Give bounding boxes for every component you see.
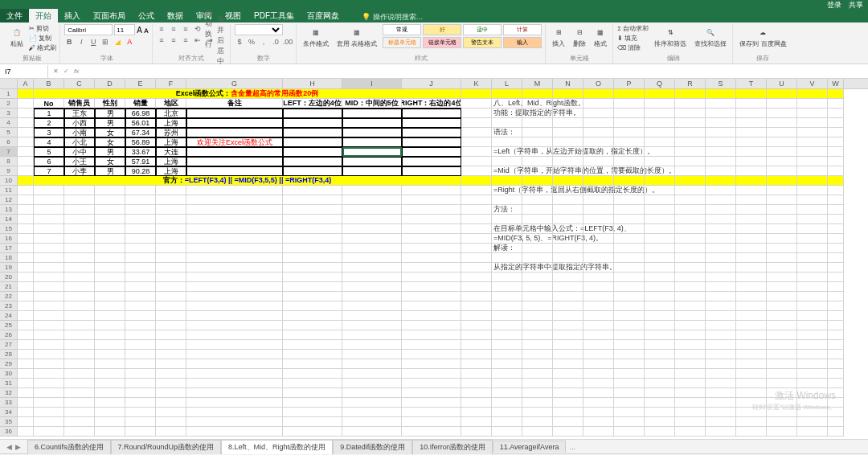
cell[interactable] [186,118,283,128]
cell[interactable] [492,398,522,408]
cell[interactable] [186,186,283,195]
col-D[interactable]: D [95,79,125,88]
cell[interactable] [706,205,736,215]
cell[interactable]: 北京 [156,109,186,118]
cell[interactable] [736,369,767,379]
cell[interactable] [64,379,95,388]
cell[interactable]: LEFT：左边的4位 [283,99,342,109]
cell[interactable] [736,215,767,224]
cell[interactable] [736,157,767,166]
cell[interactable] [18,282,34,292]
cell[interactable] [95,398,125,408]
cell[interactable] [125,388,156,398]
cell[interactable] [18,205,34,215]
cell[interactable] [553,301,583,311]
row-25[interactable]: 25 [0,321,17,330]
cell[interactable] [342,330,402,340]
cell[interactable]: 男 [95,147,125,157]
cell[interactable] [553,321,583,330]
style-calc[interactable]: 计算 [503,24,542,35]
cell[interactable] [828,369,844,379]
cell[interactable] [125,408,156,417]
cell[interactable] [461,369,492,379]
cell[interactable] [186,109,283,118]
col-R[interactable]: R [675,79,706,88]
cell[interactable] [283,417,342,427]
cell[interactable] [186,263,283,273]
col-A[interactable]: A [18,79,34,88]
row-34[interactable]: 34 [0,408,17,417]
cell[interactable] [492,388,522,398]
cell[interactable] [614,99,645,109]
row-30[interactable]: 30 [0,369,17,379]
cell[interactable] [645,330,675,340]
col-B[interactable]: B [34,79,64,88]
cell[interactable] [18,234,34,244]
cell[interactable] [125,311,156,321]
cell[interactable] [583,128,614,137]
cell[interactable] [828,234,844,244]
cell[interactable] [64,398,95,408]
cell[interactable] [706,350,736,359]
col-J[interactable]: J [402,79,461,88]
cell[interactable] [64,234,95,244]
cell[interactable] [156,292,186,301]
sheet-tab-7[interactable]: 7.Round/RoundUp函数的使用 [111,440,222,454]
cell[interactable] [522,166,553,176]
cell[interactable] [34,234,64,244]
sheet-tab-11[interactable]: 11.AverageifAvera [493,441,567,453]
cell[interactable] [125,234,156,244]
cell[interactable] [553,195,583,205]
cell[interactable] [156,369,186,379]
cell[interactable] [645,215,675,224]
cell[interactable] [18,427,34,437]
col-V[interactable]: V [797,79,828,88]
cell[interactable] [283,244,342,253]
cell[interactable] [492,340,522,350]
cell[interactable] [402,109,461,118]
cell[interactable] [186,292,283,301]
cell[interactable] [18,379,34,388]
cell[interactable] [95,427,125,437]
cell[interactable] [186,350,283,359]
cell[interactable] [767,215,797,224]
cell[interactable] [342,388,402,398]
cell[interactable] [797,244,828,253]
cell[interactable] [645,166,675,176]
cell[interactable] [34,253,64,263]
cell[interactable] [767,195,797,205]
cell[interactable] [797,282,828,292]
wrap-text-button[interactable]: 自动换行 [205,24,215,34]
cell[interactable] [645,99,675,109]
cell[interactable] [186,340,283,350]
align-bot-icon[interactable]: ≡ [181,24,190,34]
cell[interactable] [645,301,675,311]
save-baidu-button[interactable]: ☁保存到 百度网盘 [737,24,788,50]
cell[interactable] [95,388,125,398]
cell[interactable] [797,417,828,427]
cell[interactable] [283,311,342,321]
cell[interactable] [645,147,675,157]
cell[interactable] [64,408,95,417]
cell[interactable] [125,340,156,350]
cell[interactable] [583,388,614,398]
cell[interactable]: 4 [34,137,64,147]
cell[interactable] [553,340,583,350]
cell[interactable]: 56.89 [125,137,156,147]
cell[interactable] [645,359,675,369]
style-neutral[interactable]: 适中 [463,24,502,35]
cell[interactable] [522,118,553,128]
cell[interactable]: 6 [34,157,64,166]
cell[interactable] [492,379,522,388]
cell[interactable] [736,195,767,205]
cell[interactable] [402,330,461,340]
comma-icon[interactable]: , [259,37,268,47]
cell[interactable] [797,99,828,109]
cell[interactable] [675,398,706,408]
cell[interactable]: 66.98 [125,109,156,118]
cell[interactable] [18,186,34,195]
cell[interactable] [283,166,342,176]
percent-icon[interactable]: % [247,37,256,47]
cell[interactable] [797,253,828,263]
cell[interactable] [402,128,461,137]
